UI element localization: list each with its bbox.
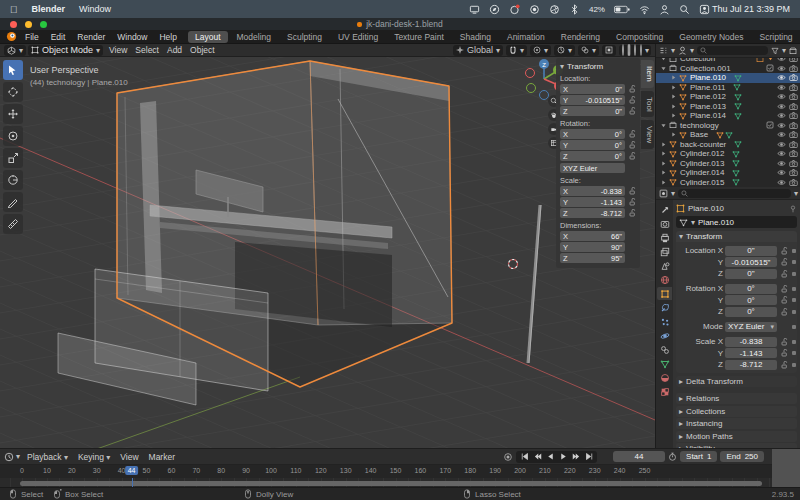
properties-tab-tool[interactable] [657,203,672,216]
transform-value-field[interactable]: -8.712 [725,360,777,370]
rotation-y-field[interactable]: Y0° [560,140,625,150]
bluetooth-icon[interactable] [569,4,580,15]
collapse-icon[interactable] [660,122,667,129]
collapse-icon[interactable] [660,65,667,72]
pin-icon[interactable] [789,205,797,213]
breadcrumb-object-name[interactable]: Plane.010 [688,204,724,213]
timeline-editor-icon[interactable] [4,452,14,462]
properties-tab-constraints[interactable] [657,343,672,356]
outliner-row-cylinder-012[interactable]: Cylinder.012 [656,149,800,159]
disable-render-camera-icon[interactable] [789,83,798,92]
outliner-row-cylinder-015[interactable]: Cylinder.015 [656,178,800,187]
snap-toggle[interactable]: ▾ [506,45,527,56]
lock-icon[interactable] [779,258,788,266]
transform-value-field[interactable]: -0.838 [725,337,777,347]
panel-collections[interactable]: ▸Collections [676,406,797,417]
disable-render-camera-icon[interactable] [789,178,798,186]
transform-value-field[interactable]: 0° [725,295,777,305]
wifi-icon[interactable] [639,4,650,15]
lock-icon[interactable] [627,198,636,206]
expand-icon[interactable] [660,169,667,176]
battery-icon[interactable] [614,5,630,14]
hide-eye-icon[interactable] [777,102,786,111]
lock-icon[interactable] [627,107,636,115]
hide-eye-icon[interactable] [777,168,786,177]
properties-options-dropdown[interactable]: ▾ [794,189,798,198]
lock-icon[interactable] [627,96,636,104]
timeline-ruler[interactable]: 0102030405060708090100110120130140150160… [0,465,772,478]
shading-solid-button[interactable] [627,44,631,56]
properties-tab-physics[interactable] [657,329,672,342]
measure-tool-button[interactable] [3,214,23,234]
outliner-row-plane-012[interactable]: Plane.012 [656,92,800,102]
location-y-field[interactable]: Y-0.010515" [560,95,625,105]
workspace-tab-animation[interactable]: Animation [500,31,552,43]
properties-tab-modifiers[interactable] [657,301,672,314]
outliner-display-mode-button[interactable] [659,46,668,55]
workspace-tab-texture-paint[interactable]: Texture Paint [387,31,451,43]
profile-icon[interactable] [699,4,710,15]
play-reverse-button[interactable] [544,452,556,462]
properties-tab-texture[interactable] [657,385,672,398]
transform-value-field[interactable]: -1.143 [725,348,777,358]
properties-tab-particles[interactable] [657,315,672,328]
collapse-icon[interactable] [660,58,667,62]
hide-eye-icon[interactable] [777,121,786,130]
viewport-menu-select[interactable]: Select [131,45,163,55]
expand-icon[interactable] [670,112,677,119]
timeline-menu-playback[interactable]: Playback ▾ [22,452,73,462]
shading-wireframe-button[interactable] [621,44,625,56]
jump-end-button[interactable] [583,452,595,462]
workspace-tab-shading[interactable]: Shading [453,31,498,43]
properties-tab-view-layer[interactable] [657,245,672,258]
new-collection-icon[interactable] [789,47,797,55]
scale-z-field[interactable]: Z-8.712 [560,208,625,218]
workspace-tab-modeling[interactable]: Modeling [230,31,279,43]
viewport-menu-object[interactable]: Object [186,45,219,55]
animate-property-dot[interactable] [790,249,797,253]
disable-render-camera-icon[interactable] [789,140,798,149]
topbar-menu-render[interactable]: Render [71,32,111,42]
cursor-tool-button[interactable] [3,82,23,102]
hide-eye-icon[interactable] [777,111,786,120]
blender-logo-icon[interactable] [6,31,17,42]
animate-property-dot[interactable] [790,287,797,291]
animate-property-dot[interactable] [790,260,797,264]
disable-render-camera-icon[interactable] [789,92,798,101]
viewport-canvas[interactable]: User Perspective (44) technology | Plane… [0,57,655,448]
workspace-tab-sculpting[interactable]: Sculpting [280,31,329,43]
mode-selector[interactable]: Object Mode ▾ [28,45,103,56]
next-keyframe-button[interactable] [570,452,582,462]
location-x-field[interactable]: X0" [560,84,625,94]
panel-relations[interactable]: ▸Relations [676,393,797,404]
outliner-search-input[interactable] [697,46,768,55]
disable-render-camera-icon[interactable] [789,168,798,177]
workspace-tab-rendering[interactable]: Rendering [554,31,607,43]
gizmos-toggle[interactable]: ▾ [554,45,575,56]
hide-eye-icon[interactable] [777,58,786,63]
transform-value-field[interactable]: XYZ Euler▾ [725,322,777,332]
orientation-selector[interactable]: Global ▾ [453,45,503,56]
hide-eye-icon[interactable] [777,178,786,186]
animate-property-dot[interactable] [790,298,797,302]
search-icon[interactable] [679,4,690,15]
topbar-menu-help[interactable]: Help [153,32,182,42]
animate-property-dot[interactable] [790,340,797,344]
scale-y-field[interactable]: Y-1.143 [560,197,625,207]
disable-render-camera-icon[interactable] [789,159,798,168]
expand-icon[interactable] [670,74,677,81]
outliner-row-collection-001[interactable]: Collection.001 [656,64,800,74]
shading-material-button[interactable] [633,44,637,56]
hide-eye-icon[interactable] [777,83,786,92]
filter-icon[interactable] [771,47,779,55]
outliner-row-plane-013[interactable]: Plane.013 [656,102,800,112]
annotate-tool-button[interactable] [3,192,23,212]
user-icon[interactable] [659,4,670,15]
animate-property-dot[interactable] [790,272,797,276]
editor-type-button[interactable]: ▾ [4,45,26,56]
properties-tab-object[interactable] [657,287,672,300]
app-menu[interactable]: Blender [32,4,66,14]
app-badge-icon[interactable] [509,4,520,15]
expand-icon[interactable] [660,160,667,167]
exclude-checkbox-icon[interactable] [766,64,774,72]
